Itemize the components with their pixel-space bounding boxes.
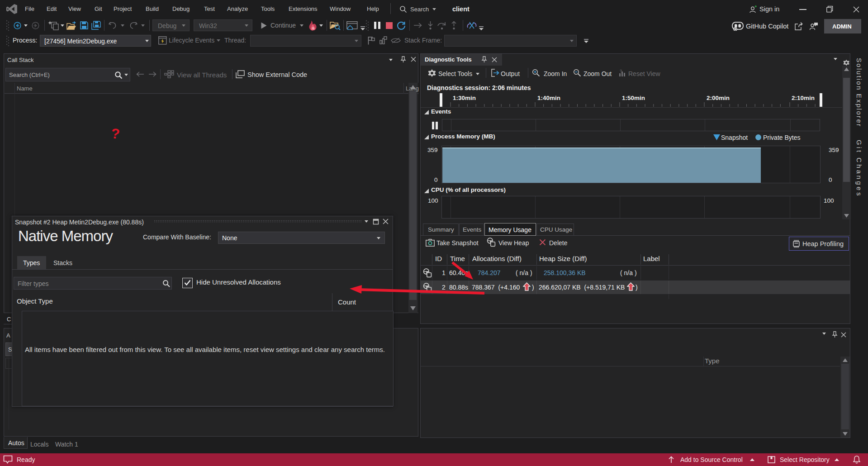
- svg-text:?: ?: [620, 69, 622, 73]
